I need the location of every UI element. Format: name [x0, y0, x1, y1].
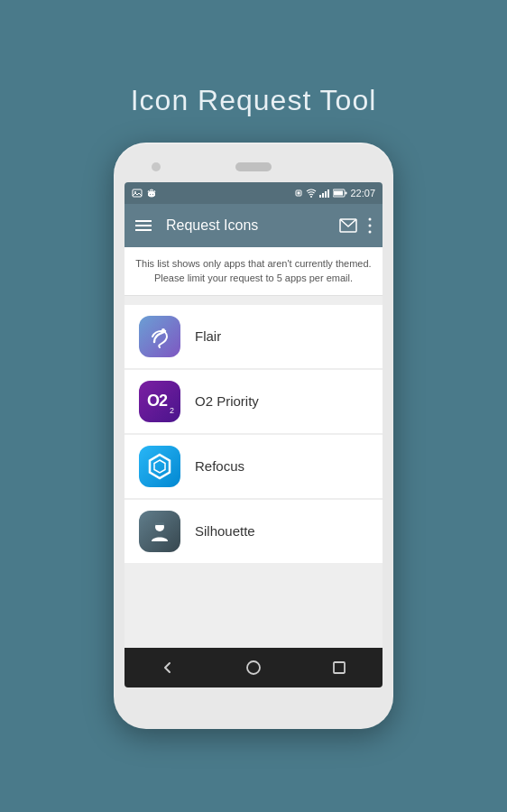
svg-point-23	[161, 328, 165, 332]
svg-line-4	[148, 190, 149, 192]
toolbar-action-icons	[339, 217, 372, 234]
email-button[interactable]	[339, 218, 357, 233]
svg-text:O: O	[147, 392, 160, 410]
nav-home-button[interactable]	[234, 648, 273, 687]
app-icon-refocus	[139, 446, 180, 487]
description-area: This list shows only apps that aren't cu…	[124, 247, 383, 296]
svg-marker-28	[154, 460, 165, 473]
app-name-silhouette: Silhouette	[195, 523, 255, 539]
svg-rect-9	[298, 191, 300, 194]
svg-point-21	[369, 230, 372, 233]
svg-rect-32	[334, 662, 345, 673]
vibrate-icon	[294, 189, 303, 198]
battery-icon	[333, 189, 347, 198]
phone-screen: 22:07 Request Icons	[124, 182, 383, 687]
app-list: Flair O 2 2 O2 Priority	[124, 301, 383, 648]
status-left-icons	[132, 188, 157, 198]
nav-recent-button[interactable]	[319, 648, 359, 687]
svg-rect-17	[346, 191, 347, 194]
phone-speaker	[235, 162, 272, 171]
more-vert-icon	[368, 217, 372, 234]
phone-frame: 22:07 Request Icons	[114, 143, 393, 729]
status-right-area: 22:07	[294, 188, 375, 198]
nav-back-button[interactable]	[148, 648, 188, 687]
app-name-o2-priority: O2 Priority	[195, 393, 259, 409]
svg-rect-0	[133, 189, 142, 197]
svg-point-6	[150, 194, 151, 195]
app-item-silhouette[interactable]: Silhouette	[124, 500, 383, 563]
svg-marker-27	[150, 455, 170, 478]
svg-point-20	[369, 224, 372, 226]
o2-icon-svg: O 2 2	[143, 384, 177, 419]
description-line2: Please limit your request to 5 apps per …	[135, 271, 372, 286]
app-item-o2-priority[interactable]: O 2 2 O2 Priority	[124, 370, 383, 433]
phone-camera	[152, 162, 161, 171]
toolbar: Request Icons	[124, 204, 383, 247]
svg-point-19	[369, 217, 372, 220]
svg-line-5	[154, 190, 155, 192]
toolbar-title: Request Icons	[166, 217, 328, 234]
status-bar: 22:07	[124, 182, 383, 204]
svg-rect-14	[327, 189, 329, 198]
svg-rect-13	[325, 191, 327, 198]
android-icon	[146, 188, 157, 198]
svg-text:2: 2	[170, 406, 174, 415]
more-options-button[interactable]	[368, 217, 372, 234]
svg-text:2: 2	[159, 392, 168, 410]
image-icon	[132, 188, 143, 198]
signal-icon	[319, 189, 330, 198]
svg-rect-11	[319, 195, 321, 198]
svg-point-31	[247, 661, 260, 674]
svg-point-10	[310, 196, 312, 198]
home-circle-icon	[245, 660, 262, 676]
status-time: 22:07	[350, 188, 375, 198]
svg-rect-30	[155, 522, 164, 525]
app-name-flair: Flair	[195, 328, 221, 344]
back-icon	[161, 660, 175, 675]
flair-icon-svg	[145, 322, 174, 351]
bottom-nav	[124, 648, 383, 687]
recent-apps-icon	[332, 660, 346, 675]
svg-rect-3	[148, 193, 155, 196]
email-icon	[339, 218, 357, 233]
app-icon-flair	[139, 316, 180, 357]
silhouette-icon-svg	[146, 518, 173, 545]
app-item-flair[interactable]: Flair	[124, 305, 383, 368]
refocus-icon-svg	[146, 453, 173, 480]
hamburger-menu-button[interactable]	[135, 220, 152, 231]
app-icon-silhouette	[139, 511, 180, 552]
app-item-refocus[interactable]: Refocus	[124, 435, 383, 498]
svg-rect-16	[334, 190, 343, 195]
app-name-refocus: Refocus	[195, 458, 244, 474]
page-title: Icon Request Tool	[131, 84, 377, 117]
app-icon-o2: O 2 2	[139, 381, 180, 422]
svg-rect-12	[322, 193, 324, 198]
svg-point-7	[152, 194, 153, 195]
phone-top-hardware	[123, 159, 384, 175]
description-line1: This list shows only apps that aren't cu…	[135, 256, 372, 272]
wifi-icon	[306, 189, 317, 198]
